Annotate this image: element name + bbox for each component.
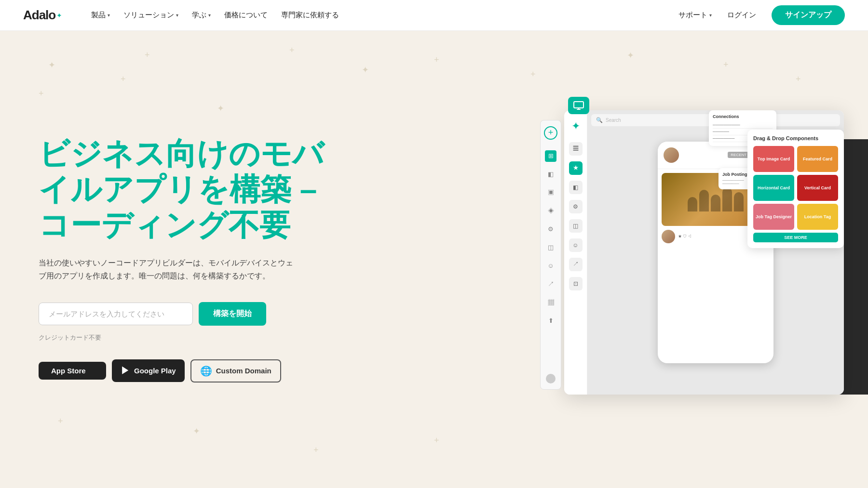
deco-star-icon: + — [434, 435, 439, 446]
deco-star-icon: ✦ — [362, 65, 369, 75]
add-button-icon[interactable]: + — [544, 126, 557, 140]
app-canvas: ✦ ☰ ★ ◧ ⚙ ◫ ☺ ↗ ⊡ 🔍 — [564, 110, 844, 395]
custom-domain-badge[interactable]: 🌐 Custom Domain — [190, 359, 281, 382]
app-icon-2[interactable]: ★ — [569, 161, 583, 175]
app-icon-4[interactable]: ⚙ — [569, 200, 583, 213]
app-store-badge[interactable]: App Store — [39, 362, 106, 380]
app-icon-1[interactable]: ☰ — [569, 142, 583, 156]
component-item-location[interactable]: Location Tag — [797, 204, 838, 230]
nav-item-learn[interactable]: 学ぶ ▾ — [186, 7, 217, 24]
email-input[interactable] — [39, 303, 193, 325]
app-icon-6[interactable]: ☺ — [569, 238, 583, 252]
deco-star-icon: ✦ — [48, 60, 55, 70]
chevron-down-icon: ▾ — [176, 13, 178, 18]
nav-item-expert[interactable]: 専門家に依頼する — [275, 7, 345, 24]
sidebar-settings-icon[interactable]: ⚙ — [545, 224, 556, 235]
logo[interactable]: Adalo ✦ — [23, 8, 62, 23]
hero-right-mockup: + ⊞ ◧ ▣ ◈ ⚙ ◫ ☺ ↗ ▦ ⬆ — [540, 110, 868, 409]
deco-star-icon: + — [530, 69, 536, 79]
play-icon: ▶ — [121, 364, 130, 377]
connections-title: Connections — [713, 114, 773, 119]
email-cta-row: 構築を開始 — [39, 302, 338, 326]
svg-rect-0 — [574, 102, 583, 108]
deco-star-icon: + — [796, 74, 801, 84]
app-icon-7[interactable]: ↗ — [569, 258, 583, 271]
navbar: Adalo ✦ 製品 ▾ ソリューション ▾ 学ぶ ▾ 価格について 専門家に依… — [0, 0, 868, 31]
monitor-icon — [568, 97, 589, 114]
nav-item-products[interactable]: 製品 ▾ — [85, 7, 116, 24]
app-icon-5[interactable]: ◫ — [569, 219, 583, 233]
chevron-down-icon: ▾ — [208, 13, 211, 18]
sidebar-user-icon[interactable]: ☺ — [545, 260, 556, 272]
components-title: Drag & Drop Components — [753, 135, 838, 141]
nav-item-solutions[interactable]: ソリューション ▾ — [118, 7, 184, 24]
component-item-horizontal[interactable]: Horizontal Card — [753, 175, 794, 201]
store-badges: App Store ▶ Google Play 🌐 Custom Domain — [39, 359, 338, 382]
deco-star-icon: ✦ — [627, 50, 634, 61]
sidebar-layer-icon[interactable]: ◧ — [545, 169, 556, 180]
hero-title: ビジネス向けのモバイルアプリを構築 – コーディング不要 — [39, 136, 338, 243]
deco-star-icon: ✦ — [193, 426, 200, 436]
search-placeholder: Search — [606, 118, 621, 123]
globe-icon: 🌐 — [200, 365, 212, 377]
deco-star-icon: + — [121, 74, 126, 84]
deco-star-icon: + — [723, 60, 729, 70]
app-store-label: App Store — [51, 367, 86, 375]
component-item-job-tag[interactable]: Job Tag Designer — [753, 204, 794, 230]
see-more-button[interactable]: SEE MORE — [753, 233, 838, 242]
nav-item-pricing[interactable]: 価格について — [218, 7, 273, 24]
mockup-container: + ⊞ ◧ ▣ ◈ ⚙ ◫ ☺ ↗ ▦ ⬆ — [540, 110, 868, 409]
app-logo-star-icon: ✦ — [568, 116, 584, 136]
logo-star-icon: ✦ — [56, 12, 62, 19]
app-sidebar: + ⊞ ◧ ▣ ◈ ⚙ ◫ ☺ ↗ ▦ ⬆ — [540, 120, 561, 390]
people-illustration — [688, 187, 744, 211]
nav-login[interactable]: ログイン — [719, 7, 764, 24]
nav-support[interactable]: サポート ▾ — [678, 11, 712, 20]
google-play-label: Google Play — [134, 367, 176, 375]
app-inner: ✦ ☰ ★ ◧ ⚙ ◫ ☺ ↗ ⊡ 🔍 — [564, 110, 844, 395]
sidebar-share-icon[interactable]: ↗ — [545, 278, 556, 290]
sidebar-circle-icon — [546, 374, 556, 383]
deco-star-icon: + — [39, 89, 44, 99]
bottom-avatar — [662, 230, 675, 243]
app-left-bar: ✦ ☰ ★ ◧ ⚙ ◫ ☺ ↗ ⊡ — [564, 110, 587, 395]
custom-domain-label: Custom Domain — [216, 367, 271, 375]
component-item-vertical[interactable]: Vertical Card — [797, 175, 838, 201]
deco-star-icon: + — [289, 45, 295, 55]
deco-star-icon: + — [58, 416, 63, 426]
hero-section: ✦ + + + ✦ + + ✦ + + + ✦ + ✦ + + ビジネス向けのモ… — [0, 31, 868, 488]
app-icon-3[interactable]: ◧ — [569, 181, 583, 194]
deco-star-icon: ✦ — [217, 103, 224, 114]
sidebar-screen-icon[interactable]: ▣ — [545, 187, 556, 198]
components-grid: Top Image Card Featured Card Horizontal … — [753, 146, 838, 230]
connection-item: ────────── — [713, 122, 773, 129]
nav-signup-button[interactable]: サインアップ — [772, 5, 845, 25]
no-cc-label: クレジットカード不要 — [39, 333, 338, 342]
components-panel: Drag & Drop Components Top Image Card Fe… — [747, 130, 844, 248]
chevron-down-icon: ▾ — [108, 13, 110, 18]
sidebar-database-icon[interactable]: ◫ — [545, 242, 556, 253]
chevron-down-icon: ▾ — [709, 13, 712, 18]
search-icon: 🔍 — [596, 117, 603, 123]
nav-links: 製品 ▾ ソリューション ▾ 学ぶ ▾ 価格について 専門家に依頼する — [85, 7, 678, 24]
app-icon-8[interactable]: ⊡ — [569, 277, 583, 290]
sidebar-shape-icon[interactable]: ◈ — [545, 205, 556, 217]
recent-tag: RECENT — [728, 152, 749, 158]
hero-left-content: ビジネス向けのモバイルアプリを構築 – コーディング不要 当社の使いやすいノーコ… — [39, 136, 338, 382]
sidebar-publish-icon[interactable]: ⬆ — [545, 315, 556, 327]
nav-right: サポート ▾ ログイン サインアップ — [678, 5, 845, 25]
deco-star-icon: + — [434, 55, 439, 65]
avatar — [664, 147, 679, 163]
sidebar-analytics-icon[interactable]: ▦ — [545, 297, 556, 308]
sidebar-home-icon[interactable]: ⊞ — [545, 150, 556, 162]
deco-star-icon: + — [313, 445, 319, 455]
component-item-featured[interactable]: Featured Card — [797, 146, 838, 172]
hero-subtitle: 当社の使いやすいノーコードアプリビルダーは、モバイルデバイスとウェブ用のアプリを… — [39, 256, 299, 282]
logo-text: Adalo — [23, 8, 55, 23]
component-item-top-image[interactable]: Top Image Card — [753, 146, 794, 172]
deco-star-icon: + — [145, 50, 150, 60]
cta-button[interactable]: 構築を開始 — [199, 302, 266, 326]
google-play-badge[interactable]: ▶ Google Play — [112, 359, 185, 382]
app-main-area: 🔍 Search RECENT — [587, 110, 844, 395]
